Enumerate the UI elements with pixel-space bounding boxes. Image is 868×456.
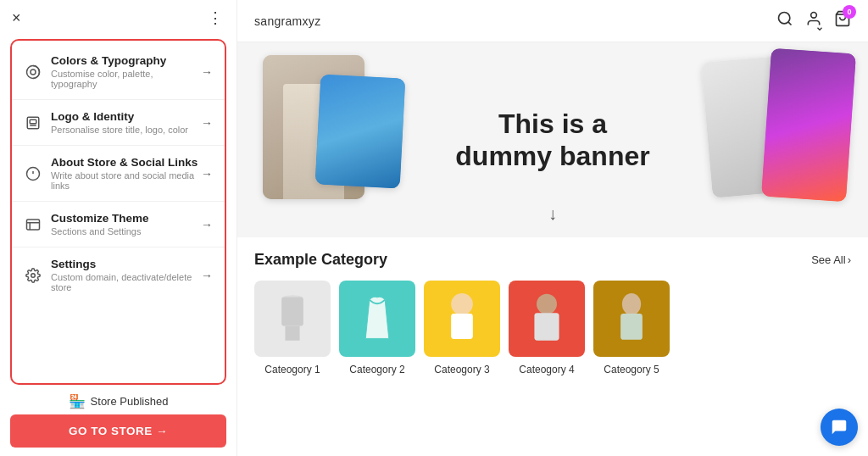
panel-top-bar: × ⋮ bbox=[10, 8, 226, 27]
category-item-5[interactable]: Cateogory 5 bbox=[593, 281, 670, 375]
svg-point-18 bbox=[451, 293, 473, 315]
see-all-chevron: › bbox=[848, 253, 851, 266]
settings-text: Settings Custom domain, deactivate/delet… bbox=[51, 258, 201, 292]
settings-subtitle: Custom domain, deactivate/delete store bbox=[51, 272, 201, 292]
svg-point-11 bbox=[31, 273, 36, 277]
svg-rect-17 bbox=[285, 326, 299, 341]
category-thumb-3 bbox=[424, 281, 500, 357]
store-published-emoji: 🏪 bbox=[69, 393, 86, 409]
store-header: sangramxyz 0 bbox=[237, 0, 868, 42]
account-icon[interactable] bbox=[805, 10, 822, 31]
banner-image-4 bbox=[761, 48, 856, 203]
logo-identity-text: Logo & Identity Personalise store title,… bbox=[51, 110, 201, 135]
category-thumb-4 bbox=[509, 281, 585, 357]
cart-badge: 0 bbox=[843, 5, 856, 19]
svg-rect-23 bbox=[620, 314, 643, 340]
banner-section: This is adummy banner ↓ bbox=[237, 42, 868, 237]
settings-arrow: → bbox=[201, 269, 213, 282]
banner-text: This is adummy banner bbox=[455, 108, 649, 173]
category-label-4: Cateogory 4 bbox=[519, 364, 574, 375]
store-published-text: Store Published bbox=[91, 395, 169, 408]
menu-item-settings[interactable]: Settings Custom domain, deactivate/delet… bbox=[12, 247, 225, 303]
menu-item-about-store[interactable]: About Store & Social Links Write about s… bbox=[12, 146, 225, 202]
svg-rect-3 bbox=[30, 120, 36, 124]
settings-icon bbox=[24, 266, 42, 285]
category-item-4[interactable]: Cateogory 4 bbox=[509, 281, 585, 375]
svg-point-14 bbox=[811, 13, 817, 19]
menu-item-customize-theme[interactable]: Customize Theme Sections and Settings → bbox=[12, 202, 225, 247]
category-label-2: Cateogory 2 bbox=[349, 364, 404, 375]
right-panel: sangramxyz 0 bbox=[237, 0, 868, 456]
customize-theme-subtitle: Sections and Settings bbox=[51, 226, 201, 236]
category-header: Example Category See All › bbox=[254, 251, 851, 269]
category-label-3: Cateogory 3 bbox=[434, 364, 489, 375]
close-button[interactable]: × bbox=[12, 9, 21, 27]
category-thumb-2 bbox=[339, 281, 415, 357]
banner-image-2 bbox=[315, 74, 406, 188]
colors-typography-arrow: → bbox=[201, 65, 213, 79]
category-section: Example Category See All › Cateogory 1 bbox=[237, 237, 868, 389]
see-all-text: See All bbox=[811, 253, 845, 266]
category-item-3[interactable]: Cateogory 3 bbox=[424, 281, 500, 375]
more-options-button[interactable]: ⋮ bbox=[208, 8, 225, 27]
store-published-status: 🏪 Store Published bbox=[10, 385, 226, 414]
svg-rect-16 bbox=[281, 297, 303, 325]
svg-point-1 bbox=[31, 70, 36, 75]
store-name: sangramxyz bbox=[254, 14, 320, 28]
svg-point-22 bbox=[622, 293, 641, 315]
category-label-5: Cateogory 5 bbox=[604, 364, 659, 375]
svg-rect-19 bbox=[451, 314, 473, 339]
see-all-link[interactable]: See All › bbox=[811, 253, 851, 266]
logo-identity-subtitle: Personalise store title, logo, color bbox=[51, 125, 201, 135]
menu-item-logo-identity[interactable]: Logo & Identity Personalise store title,… bbox=[12, 100, 225, 146]
customize-theme-icon bbox=[24, 215, 42, 234]
menu-item-colors-typography[interactable]: Colors & Typography Customise color, pal… bbox=[12, 44, 225, 100]
about-store-arrow: → bbox=[201, 167, 213, 181]
svg-rect-21 bbox=[534, 313, 559, 341]
header-icons: 0 bbox=[776, 10, 851, 31]
category-grid: Cateogory 1 Cateogory 2 Cateogory 3 bbox=[254, 281, 851, 375]
about-store-icon bbox=[24, 164, 42, 183]
left-panel: × ⋮ Colors & Typography Customise color,… bbox=[0, 0, 237, 456]
logo-identity-icon bbox=[24, 114, 42, 132]
about-store-text: About Store & Social Links Write about s… bbox=[51, 156, 201, 191]
category-label-1: Cateogory 1 bbox=[264, 364, 320, 375]
banner-down-arrow[interactable]: ↓ bbox=[548, 204, 557, 224]
customize-theme-title: Customize Theme bbox=[51, 212, 201, 225]
search-icon[interactable] bbox=[776, 10, 793, 31]
about-store-subtitle: Write about store and social media links bbox=[51, 170, 201, 191]
category-title: Example Category bbox=[254, 251, 387, 269]
settings-title: Settings bbox=[51, 258, 201, 270]
category-thumb-5 bbox=[593, 281, 670, 357]
go-to-store-button[interactable]: GO TO STORE → bbox=[10, 414, 226, 448]
category-thumb-1 bbox=[254, 281, 331, 357]
chat-bubble-button[interactable] bbox=[821, 409, 858, 446]
menu-list: Colors & Typography Customise color, pal… bbox=[10, 39, 226, 385]
logo-identity-arrow: → bbox=[201, 116, 213, 130]
colors-typography-text: Colors & Typography Customise color, pal… bbox=[51, 54, 201, 89]
colors-typography-subtitle: Customise color, palette, typography bbox=[51, 69, 201, 89]
customize-theme-text: Customize Theme Sections and Settings bbox=[51, 212, 201, 236]
colors-typography-title: Colors & Typography bbox=[51, 54, 201, 67]
category-item-2[interactable]: Cateogory 2 bbox=[339, 281, 415, 375]
banner-heading: This is adummy banner bbox=[455, 108, 649, 173]
customize-theme-arrow: → bbox=[201, 218, 213, 231]
about-store-title: About Store & Social Links bbox=[51, 156, 201, 169]
svg-rect-8 bbox=[27, 220, 40, 230]
svg-line-13 bbox=[788, 22, 792, 25]
cart-icon[interactable]: 0 bbox=[834, 10, 851, 31]
category-item-1[interactable]: Cateogory 1 bbox=[254, 281, 331, 375]
svg-point-20 bbox=[537, 294, 557, 314]
colors-typography-icon bbox=[24, 63, 42, 81]
logo-identity-title: Logo & Identity bbox=[51, 110, 201, 123]
svg-point-12 bbox=[779, 13, 790, 24]
